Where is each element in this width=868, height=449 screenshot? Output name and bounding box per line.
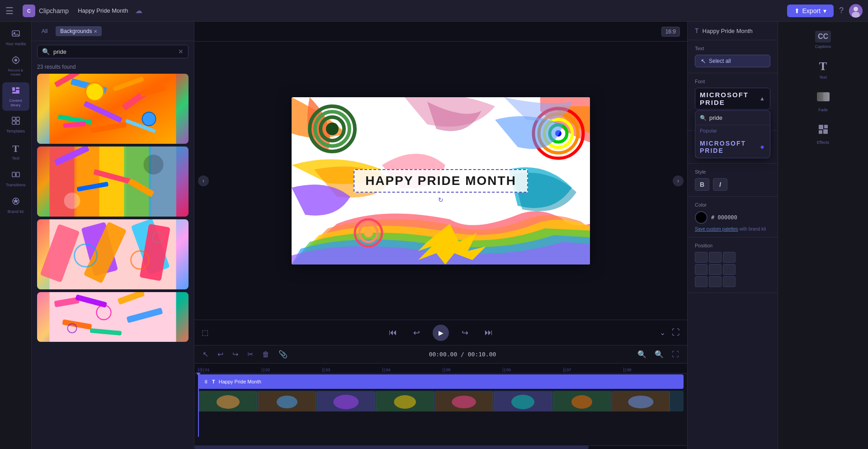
timeline-scrollbar[interactable]	[194, 445, 687, 449]
rotate-handle[interactable]: ↻	[438, 196, 443, 203]
ruler-mark-0: 0	[198, 368, 202, 372]
canvas-main: ‹	[194, 42, 687, 320]
help-icon[interactable]: ?	[839, 6, 844, 15]
bold-button[interactable]: B	[695, 178, 709, 191]
captions-tool[interactable]: CC Captions	[807, 27, 839, 52]
save-palette-link[interactable]: Save custom palettes	[695, 227, 738, 232]
expand-panel-button[interactable]: ›	[673, 175, 684, 186]
hamburger-icon[interactable]: ☰	[5, 5, 14, 16]
properties-panel: T Happy Pride Month Text ↖ Select all Fo…	[687, 22, 778, 449]
select-all-button[interactable]: ↖ Select all	[695, 55, 770, 67]
font-dropdown-wrapper: MICROSOFT PRIDE ▲ 🔍 Popular MICROSOFT PR…	[695, 88, 770, 109]
list-item[interactable]	[37, 219, 189, 289]
filter-backgrounds-active: Backgrounds ✕	[56, 26, 102, 36]
svg-rect-18	[16, 172, 19, 177]
skip-back-button[interactable]: ⏮	[385, 324, 401, 341]
canvas-text-content: HAPPY PRIDE MONTH	[365, 174, 516, 188]
rewind-button[interactable]: ↩	[410, 324, 424, 341]
canvas-preview[interactable]: HAPPY PRIDE MONTH ↻	[292, 97, 590, 265]
sidebar-item-label-your-media: Your media	[5, 42, 26, 47]
filter-all-button[interactable]: All	[37, 26, 52, 36]
fade-label: Fade	[818, 108, 828, 112]
media-track[interactable]	[198, 391, 684, 411]
svg-rect-109	[819, 130, 822, 134]
track-pause-icon: ⏸	[203, 379, 208, 384]
italic-button[interactable]: I	[713, 178, 727, 191]
canvas-text-overlay[interactable]: HAPPY PRIDE MONTH	[354, 169, 528, 193]
collapse-panel-button[interactable]: ‹	[198, 175, 209, 186]
collapse-timeline-button[interactable]: ⌄	[660, 328, 665, 337]
text-track[interactable]: ⏸ T Happy Pride Month	[198, 374, 684, 389]
play-button[interactable]: ▶	[433, 325, 449, 341]
sidebar-item-record-create[interactable]: Record & create	[2, 52, 29, 80]
fade-tool[interactable]: Fade	[807, 87, 839, 116]
position-bottom-left[interactable]	[695, 276, 708, 287]
font-option-microsoft-pride[interactable]: MICROSOFT PRIDE ●	[695, 136, 770, 158]
search-icon: 🔍	[42, 48, 50, 55]
time-separator: /	[461, 351, 468, 358]
list-item[interactable]	[37, 147, 189, 217]
skip-forward-button[interactable]: ⏭	[481, 324, 496, 341]
font-name-display: MICROSOFT PRIDE	[700, 91, 760, 106]
export-button[interactable]: ⬆ Export ▾	[787, 5, 834, 17]
sidebar-item-text[interactable]: T Text	[2, 139, 29, 165]
position-top-center[interactable]	[709, 252, 722, 263]
record-create-icon	[11, 56, 20, 67]
screenshot-button[interactable]: ⬚	[202, 328, 208, 337]
position-top-right[interactable]	[723, 252, 736, 263]
color-row: # 000000	[695, 211, 770, 224]
color-hex-value: # 000000	[711, 214, 737, 221]
playhead[interactable]	[198, 373, 199, 437]
playhead-handle[interactable]	[196, 373, 201, 376]
user-avatar[interactable]	[849, 4, 863, 18]
font-dropdown[interactable]: MICROSOFT PRIDE ▲	[695, 88, 770, 109]
position-bottom-center[interactable]	[709, 276, 722, 287]
cut-button[interactable]: ✂	[245, 348, 256, 360]
font-search-icon: 🔍	[700, 115, 707, 121]
color-palette-link-row: Save custom palettes with brand kit	[695, 227, 770, 232]
effects-tool[interactable]: Effects	[807, 119, 839, 148]
zoom-in-button[interactable]: 🔍	[652, 348, 666, 360]
color-link-suffix: with brand kit	[739, 227, 766, 232]
svg-point-44	[144, 155, 164, 175]
redo-button[interactable]: ↪	[230, 348, 241, 360]
project-title[interactable]: Happy Pride Month	[78, 7, 128, 14]
sidebar-item-your-media[interactable]: Your media	[2, 25, 29, 50]
expand-timeline-button[interactable]: ⛶	[669, 349, 682, 360]
undo-button[interactable]: ↩	[215, 348, 226, 360]
sidebar-item-content-library[interactable]: Content library	[2, 82, 29, 111]
filter-close-icon[interactable]: ✕	[94, 29, 97, 34]
color-swatch[interactable]	[695, 211, 708, 224]
position-bottom-right[interactable]	[723, 276, 736, 287]
text-tool[interactable]: T Text	[807, 56, 839, 83]
search-input[interactable]	[53, 48, 175, 55]
topbar-actions: ⬆ Export ▾ ?	[787, 4, 863, 18]
delete-button[interactable]: 🗑	[259, 349, 272, 360]
list-item[interactable]	[37, 74, 189, 144]
pointer-tool-button[interactable]: ↖	[200, 348, 211, 360]
effects-label: Effects	[817, 140, 829, 145]
sidebar-item-transitions[interactable]: Transitions	[2, 166, 29, 191]
list-item[interactable]	[37, 292, 189, 342]
svg-point-89	[452, 396, 476, 408]
position-middle-center[interactable]	[709, 264, 722, 275]
search-bar: 🔍 ✕	[37, 45, 189, 58]
position-middle-left[interactable]	[695, 264, 708, 275]
sidebar-item-brand-kit[interactable]: Brand kit	[2, 193, 29, 218]
media-thumbnail	[37, 74, 189, 144]
ruler-mark-3: |:03	[322, 368, 382, 372]
scrollbar-thumb[interactable]	[194, 446, 589, 449]
sidebar-item-templates[interactable]: Templates	[2, 113, 29, 137]
svg-rect-35	[75, 147, 102, 217]
add-media-button[interactable]: 📎	[276, 348, 290, 360]
fullscreen-button[interactable]: ⛶	[672, 328, 680, 337]
zoom-out-button[interactable]: 🔍	[635, 348, 649, 360]
position-middle-right[interactable]	[723, 264, 736, 275]
position-top-left[interactable]	[695, 252, 708, 263]
svg-rect-110	[823, 129, 828, 134]
clear-search-icon[interactable]: ✕	[178, 48, 184, 55]
forward-button[interactable]: ↪	[458, 324, 472, 341]
timeline-zoom-controls: 🔍 🔍 ⛶	[635, 348, 682, 360]
fade-icon	[817, 90, 830, 106]
font-search-input[interactable]	[709, 114, 770, 121]
